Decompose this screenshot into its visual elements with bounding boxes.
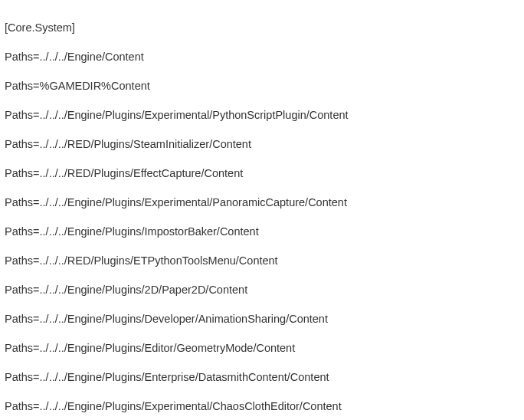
config-file-view[interactable]: [Core.System] Paths=../../../Engine/Cont… xyxy=(0,0,524,420)
config-line: Paths=../../../Engine/Plugins/Experiment… xyxy=(5,108,519,123)
config-line: Paths=../../../Engine/Plugins/Experiment… xyxy=(5,195,519,210)
config-line: Paths=../../../RED/Plugins/SteamInitiali… xyxy=(5,137,519,152)
config-line: Paths=../../../RED/Plugins/EffectCapture… xyxy=(5,166,519,181)
config-line: Paths=../../../Engine/Plugins/Experiment… xyxy=(5,399,519,414)
config-line: Paths=../../../Engine/Content xyxy=(5,50,519,64)
config-line: Paths=%GAMEDIR%Content xyxy=(5,79,519,94)
config-line: Paths=../../../Engine/Plugins/Enterprise… xyxy=(5,370,519,385)
config-line: Paths=../../../Engine/Plugins/2D/Paper2D… xyxy=(5,283,519,297)
config-line: Paths=../../../RED/Plugins/ETPythonTools… xyxy=(5,254,519,268)
config-line: Paths=../../../Engine/Plugins/ImpostorBa… xyxy=(5,225,519,239)
config-line: Paths=../../../Engine/Plugins/Editor/Geo… xyxy=(5,341,519,356)
section-header: [Core.System] xyxy=(5,21,519,35)
config-line: Paths=../../../Engine/Plugins/Developer/… xyxy=(5,312,519,326)
